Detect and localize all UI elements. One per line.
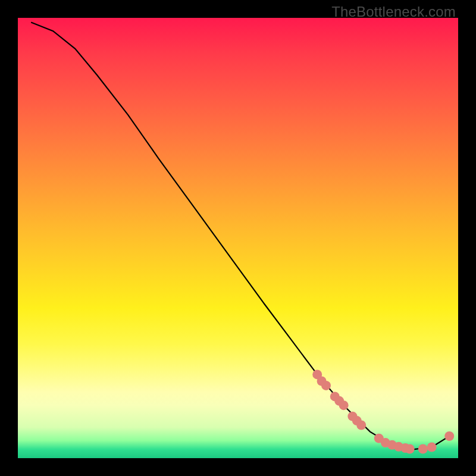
data-marker (405, 444, 415, 454)
curve-layer (18, 18, 458, 458)
curve-markers (312, 369, 454, 453)
data-marker (427, 443, 437, 452)
watermark-text: TheBottleneck.com (331, 4, 456, 20)
data-marker (418, 444, 428, 454)
chart-frame: TheBottleneck.com (0, 0, 476, 476)
bottleneck-curve (31, 22, 449, 449)
data-marker (356, 421, 366, 430)
data-marker (444, 431, 454, 441)
plot-area (18, 18, 458, 458)
data-marker (321, 381, 331, 390)
data-marker (339, 400, 349, 410)
